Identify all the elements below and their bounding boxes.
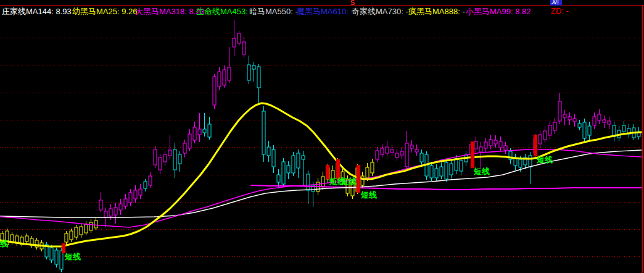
- indicator-zd: ZD: -: [551, 6, 569, 15]
- draw-tool-badge[interactable]: 划: [550, 0, 562, 6]
- candle: [608, 121, 611, 124]
- candle: [415, 149, 418, 152]
- candle: [247, 65, 250, 80]
- indicator-ma610: 魔黑马MA610: -: [297, 6, 353, 17]
- candle: [386, 147, 389, 153]
- candle: [479, 147, 482, 152]
- indicator-ma318: 大黑马MA318: 8.23: [135, 6, 205, 17]
- candle: [272, 149, 275, 167]
- candle: [578, 124, 581, 127]
- signal-label: 短线: [473, 167, 490, 176]
- candle: [494, 140, 497, 144]
- candle: [55, 250, 58, 264]
- candle: [489, 140, 492, 146]
- candle: [25, 236, 28, 242]
- candle: [558, 101, 561, 121]
- candle: [109, 209, 112, 216]
- candle: [228, 67, 231, 80]
- candle: [539, 135, 542, 144]
- candle: [144, 182, 147, 188]
- candle: [366, 167, 369, 178]
- candle: [593, 117, 596, 125]
- candle: [163, 154, 167, 162]
- candle: [114, 208, 117, 215]
- candle: [198, 129, 201, 135]
- signal-bar: [357, 165, 360, 193]
- candle: [242, 42, 246, 54]
- candle: [376, 151, 379, 159]
- candle: [603, 120, 606, 122]
- candle: [154, 149, 157, 165]
- main-chart[interactable]: 短线短线短线短线短线短线短线: [0, 0, 644, 273]
- candle: [450, 164, 453, 175]
- candle: [445, 162, 448, 179]
- candle: [60, 251, 63, 269]
- candle: [504, 146, 507, 150]
- candle: [420, 153, 423, 162]
- signal-label: 短线: [0, 239, 8, 248]
- candle: [277, 175, 280, 182]
- indicator-ma550: 暗马MA550: -: [249, 6, 298, 17]
- candle: [80, 227, 83, 235]
- indicator-ma453: 生命线MA453: -: [196, 6, 253, 17]
- candle: [252, 65, 255, 69]
- signal-bar: [534, 135, 537, 156]
- candle: [371, 162, 374, 173]
- candle: [474, 141, 477, 149]
- signal-label: 短线: [64, 252, 81, 261]
- candle: [173, 149, 176, 170]
- candle: [104, 211, 107, 217]
- candle: [598, 114, 601, 120]
- candle: [583, 122, 586, 138]
- candle: [149, 176, 152, 185]
- candle: [262, 111, 265, 154]
- candle: [65, 233, 68, 242]
- indicator-ma25: 幼黑马MA25: 9.26: [72, 6, 138, 17]
- indicator-bar: 庄家线MA144: 8.93 幼黑马MA25: 9.26 大黑马MA318: 8…: [0, 0, 644, 16]
- candle: [435, 169, 438, 178]
- candle: [213, 77, 216, 105]
- signal-bar: [471, 141, 474, 168]
- candle: [568, 117, 571, 120]
- indicator-ma144: 庄家线MA144: 8.93: [2, 6, 72, 17]
- candle: [297, 153, 300, 168]
- candle: [183, 143, 186, 153]
- candle: [203, 129, 206, 133]
- candle: [361, 176, 364, 185]
- candle: [430, 166, 433, 178]
- candle: [440, 167, 443, 176]
- candle: [390, 149, 394, 153]
- candle: [119, 204, 122, 210]
- sell-marker: S: [350, 0, 355, 6]
- indicator-ma99: 小黑马MA99: 8.82: [466, 6, 531, 17]
- candle: [178, 154, 181, 164]
- candle: [573, 119, 576, 122]
- signal-label: 短线: [340, 177, 357, 186]
- signal-label: 短线: [536, 155, 553, 164]
- candle: [381, 148, 384, 154]
- candle: [292, 156, 295, 173]
- candle: [99, 200, 102, 210]
- candle: [460, 161, 463, 171]
- candle: [139, 189, 142, 195]
- candle: [129, 193, 132, 203]
- candle: [233, 38, 236, 47]
- indicator-ma730: 奇家线MA730: -: [352, 6, 408, 17]
- candle: [499, 141, 502, 148]
- candle: [223, 70, 226, 85]
- candle: [168, 150, 171, 156]
- candle: [282, 162, 285, 184]
- candle: [543, 131, 547, 140]
- candle: [124, 199, 127, 206]
- candle: [89, 222, 93, 230]
- candle: [519, 159, 522, 167]
- candle: [134, 190, 137, 199]
- candle: [395, 153, 398, 158]
- candle: [622, 125, 625, 132]
- candle: [548, 125, 551, 135]
- candle: [237, 33, 241, 43]
- candle: [218, 72, 221, 86]
- candle: [50, 248, 53, 260]
- candle: [85, 224, 88, 233]
- signal-label: 短线: [360, 190, 377, 200]
